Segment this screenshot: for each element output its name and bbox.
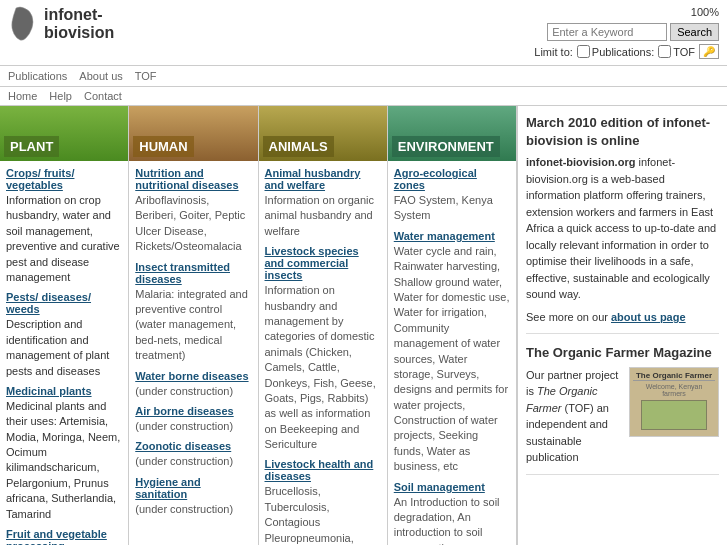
environment-text-2: An Introduction to soil degradation, An … <box>394 495 510 545</box>
logo-text: infonet- biovision <box>44 6 114 41</box>
magazine-image: The Organic Farmer Welcome, Kenyan farme… <box>629 367 719 437</box>
march-text: infonet-biovision.org infonet-biovision.… <box>526 154 719 303</box>
search-button[interactable]: Search <box>670 23 719 41</box>
plant-link-3[interactable]: Fruit and vegetable processing <box>6 528 122 545</box>
environment-column: ENVIRONMENT Agro-ecological zones FAO Sy… <box>388 106 517 545</box>
environment-body: Agro-ecological zones FAO System, Kenya … <box>388 161 516 545</box>
zoom-level: 100% <box>691 6 719 18</box>
human-link-4[interactable]: Zoonotic diseases <box>135 440 251 452</box>
march-title: March 2010 edition of infonet-biovision … <box>526 114 719 150</box>
animals-link-2[interactable]: Livestock health and diseases <box>265 458 381 482</box>
plant-body: Crops/ fruits/ vegetables Information on… <box>0 161 128 545</box>
sidebar: March 2010 edition of infonet-biovision … <box>517 106 727 545</box>
environment-link-1[interactable]: Water management <box>394 230 510 242</box>
nav-help[interactable]: Help <box>49 90 72 102</box>
animals-column: ANIMALS Animal husbandry and welfare Inf… <box>259 106 388 545</box>
animals-text-2: Brucellosis, Tuberculosis, Contagious Pl… <box>265 484 381 545</box>
human-link-3[interactable]: Air borne diseases <box>135 405 251 417</box>
nav-publications[interactable]: Publications <box>8 70 67 82</box>
human-link-5[interactable]: Hygiene and sanitation <box>135 476 251 500</box>
top-nav: Publications About us TOF <box>0 66 727 87</box>
human-text-5: (under construction) <box>135 502 251 517</box>
publications-checkbox[interactable] <box>577 45 590 58</box>
limit-row: Limit to: Publications: TOF 🔑 <box>534 44 719 59</box>
key-icon: 🔑 <box>699 44 719 59</box>
search-input[interactable] <box>547 23 667 41</box>
plant-header-image: PLANT <box>0 106 128 161</box>
plant-link-0[interactable]: Crops/ fruits/ vegetables <box>6 167 122 191</box>
human-link-2[interactable]: Water borne diseases <box>135 370 251 382</box>
plant-text-0: Information on crop husbandry, water and… <box>6 193 122 285</box>
magazine-section: The Organic Farmer Magazine The Organic … <box>526 344 719 474</box>
animals-body: Animal husbandry and welfare Information… <box>259 161 387 545</box>
about-us-link[interactable]: about us page <box>611 311 686 323</box>
plant-text-1: Description and identification and manag… <box>6 317 122 379</box>
publications-checkbox-label[interactable]: Publications: <box>577 45 654 58</box>
magazine-content: The Organic Farmer Welcome, Kenyan farme… <box>526 367 719 466</box>
environment-link-0[interactable]: Agro-ecological zones <box>394 167 510 191</box>
environment-title: ENVIRONMENT <box>392 136 500 157</box>
human-body: Nutrition and nutritional diseases Aribo… <box>129 161 257 529</box>
animals-text-1: Information on husbandry and management … <box>265 283 381 452</box>
nav-contact[interactable]: Contact <box>84 90 122 102</box>
main-wrapper: PLANT Crops/ fruits/ vegetables Informat… <box>0 106 727 545</box>
second-nav: Home Help Contact <box>0 87 727 106</box>
animals-text-0: Information on organic animal husbandry … <box>265 193 381 239</box>
animals-header-image: ANIMALS <box>259 106 387 161</box>
human-text-1: Malaria: integrated and preventive contr… <box>135 287 251 364</box>
human-text-2: (under construction) <box>135 384 251 399</box>
human-link-1[interactable]: Insect transmitted diseases <box>135 261 251 285</box>
human-title: HUMAN <box>133 136 193 157</box>
header: infonet- biovision 100% Search Limit to:… <box>0 0 727 66</box>
human-text-0: Ariboflavinosis, Beriberi, Goiter, Pepti… <box>135 193 251 255</box>
see-more-text: See more on our about us page <box>526 309 719 326</box>
environment-text-0: FAO System, Kenya System <box>394 193 510 224</box>
animals-title: ANIMALS <box>263 136 334 157</box>
logo-icon <box>8 6 38 42</box>
environment-header-image: ENVIRONMENT <box>388 106 516 161</box>
plant-text-2: Medicinal plants and their uses: Artemis… <box>6 399 122 522</box>
nav-home[interactable]: Home <box>8 90 37 102</box>
animals-link-0[interactable]: Animal husbandry and welfare <box>265 167 381 191</box>
human-header-image: HUMAN <box>129 106 257 161</box>
plant-link-2[interactable]: Medicinal plants <box>6 385 122 397</box>
nav-tof[interactable]: TOF <box>135 70 157 82</box>
plant-title: PLANT <box>4 136 59 157</box>
logo-area: infonet- biovision <box>8 6 534 42</box>
tof-checkbox-label[interactable]: TOF <box>658 45 695 58</box>
magazine-title: The Organic Farmer Magazine <box>526 344 719 362</box>
tof-checkbox[interactable] <box>658 45 671 58</box>
nav-about-us[interactable]: About us <box>79 70 122 82</box>
environment-link-2[interactable]: Soil management <box>394 481 510 493</box>
animals-link-1[interactable]: Livestock species and commercial insects <box>265 245 381 281</box>
plant-column: PLANT Crops/ fruits/ vegetables Informat… <box>0 106 129 545</box>
human-column: HUMAN Nutrition and nutritional diseases… <box>129 106 258 545</box>
march-section: March 2010 edition of infonet-biovision … <box>526 114 719 334</box>
search-area: 100% Search Limit to: Publications: TOF … <box>534 6 719 59</box>
human-text-4: (under construction) <box>135 454 251 469</box>
environment-text-1: Water cycle and rain, Rainwater harvesti… <box>394 244 510 475</box>
human-link-0[interactable]: Nutrition and nutritional diseases <box>135 167 251 191</box>
human-text-3: (under construction) <box>135 419 251 434</box>
plant-link-1[interactable]: Pests/ diseases/ weeds <box>6 291 122 315</box>
categories: PLANT Crops/ fruits/ vegetables Informat… <box>0 106 517 545</box>
